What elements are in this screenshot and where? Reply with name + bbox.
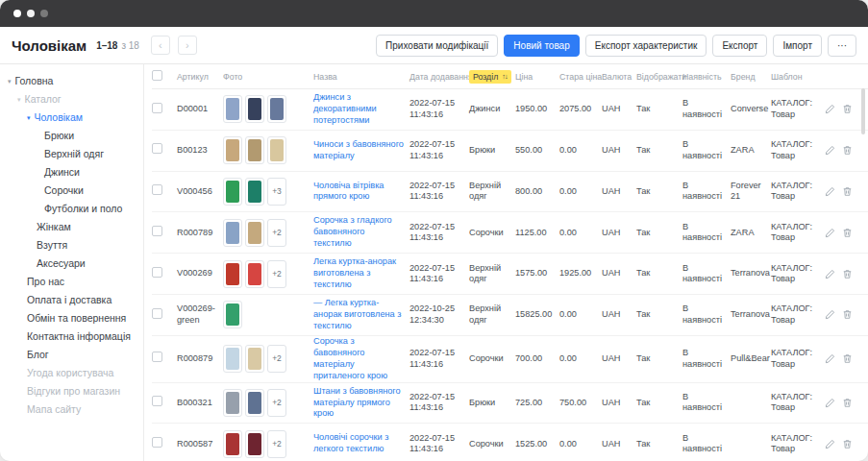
row-checkbox[interactable] xyxy=(152,184,162,195)
sidebar-item-payment-delivery[interactable]: Оплата і доставка xyxy=(0,291,143,309)
delete-button[interactable] xyxy=(842,309,853,320)
sidebar-item-catalog[interactable]: ▾Каталог xyxy=(0,90,143,109)
row-checkbox[interactable] xyxy=(152,103,162,113)
prev-page-button[interactable]: ‹ xyxy=(151,36,170,55)
column-header-label[interactable]: Наявність xyxy=(682,72,722,82)
product-photo[interactable] xyxy=(245,389,264,417)
edit-button[interactable] xyxy=(825,145,835,156)
product-name-link[interactable]: Чоловіча вітрівка прямого крою xyxy=(313,181,405,204)
product-photo[interactable] xyxy=(245,430,264,458)
product-photo[interactable] xyxy=(267,95,286,123)
sidebar-item-about-us[interactable]: Про нас xyxy=(0,273,143,291)
sidebar-item-contacts[interactable]: Контактна інформація xyxy=(0,328,143,346)
column-header-label[interactable]: Ціна xyxy=(515,72,533,82)
column-header-label[interactable]: Відображати xyxy=(636,72,686,82)
product-name-link[interactable]: Чиноси з бавовняного матеріалу xyxy=(313,139,405,162)
next-page-button[interactable]: › xyxy=(178,36,197,55)
edit-button[interactable] xyxy=(825,186,835,197)
delete-button[interactable] xyxy=(842,353,853,364)
sidebar-item-men-jeans[interactable]: Джинси xyxy=(0,163,143,182)
sidebar-item-shoes[interactable]: Взуття xyxy=(0,236,143,255)
product-photo[interactable] xyxy=(245,136,264,164)
export-button[interactable]: Експорт xyxy=(712,35,767,57)
sidebar-item-blog[interactable]: Блог xyxy=(0,346,143,364)
edit-button[interactable] xyxy=(825,353,835,364)
hide-modifications-button[interactable]: Приховати модифікації xyxy=(376,35,498,57)
sidebar-item-men-tshirts-polo[interactable]: Футболки и поло xyxy=(0,200,143,218)
product-name-link[interactable]: Сорочка з гладкого бавовняного текстилю xyxy=(313,215,405,250)
more-button[interactable]: ··· xyxy=(828,35,856,57)
more-photos-badge[interactable]: +2 xyxy=(267,345,286,373)
delete-button[interactable] xyxy=(842,398,853,408)
more-photos-badge[interactable]: +3 xyxy=(267,178,286,206)
sidebar-item-sitemap[interactable]: Мапа сайту xyxy=(0,400,143,419)
product-name-link[interactable]: Джинси з декоративними потертостями xyxy=(313,92,405,127)
column-header-label[interactable]: Бренд xyxy=(731,72,756,82)
product-photo[interactable] xyxy=(267,136,286,164)
more-photos-badge[interactable]: +2 xyxy=(267,389,286,417)
product-photo[interactable] xyxy=(245,345,264,373)
delete-button[interactable] xyxy=(842,269,853,279)
product-photo[interactable] xyxy=(223,430,242,458)
edit-button[interactable] xyxy=(825,269,835,279)
window-dot[interactable] xyxy=(40,10,48,17)
new-product-button[interactable]: Новий товар xyxy=(504,35,579,57)
product-name-link[interactable]: Сорочка з бавовняного матеріалу притален… xyxy=(313,336,405,382)
delete-button[interactable] xyxy=(842,228,853,238)
product-photo[interactable] xyxy=(223,95,242,123)
product-photo[interactable] xyxy=(245,260,264,288)
import-button[interactable]: Імпорт xyxy=(773,35,822,57)
column-header-label[interactable]: Назва xyxy=(313,72,337,82)
delete-button[interactable] xyxy=(842,145,853,156)
product-name-link[interactable]: — Легка куртка-анорак виготовлена з текс… xyxy=(313,298,405,332)
select-all-checkbox[interactable] xyxy=(152,70,162,81)
more-photos-badge[interactable]: +2 xyxy=(267,430,286,458)
sidebar-item-store-reviews[interactable]: Відгуки про магазин xyxy=(0,382,143,400)
product-photo[interactable] xyxy=(223,178,242,206)
sort-icon[interactable]: ↑↓ xyxy=(502,72,508,81)
product-photo[interactable] xyxy=(223,136,242,164)
scrollbar[interactable] xyxy=(861,88,865,134)
product-photo[interactable] xyxy=(223,345,242,373)
delete-button[interactable] xyxy=(842,104,853,114)
row-checkbox[interactable] xyxy=(152,352,162,362)
window-dot[interactable] xyxy=(13,10,21,17)
product-photo[interactable] xyxy=(223,219,242,247)
column-header-label[interactable]: Валюта xyxy=(602,72,632,82)
sidebar-item-exchange-return[interactable]: Обмін та повернення xyxy=(0,309,143,328)
edit-button[interactable] xyxy=(825,228,835,238)
product-name-link[interactable]: Легка куртка-анорак виготовлена з тексти… xyxy=(313,256,405,291)
edit-button[interactable] xyxy=(825,104,835,114)
product-photo[interactable] xyxy=(245,219,264,247)
more-photos-badge[interactable]: +2 xyxy=(267,219,286,247)
row-checkbox[interactable] xyxy=(152,267,162,278)
row-checkbox[interactable] xyxy=(152,437,162,448)
column-header-label[interactable]: Шаблон xyxy=(771,72,803,82)
product-photo[interactable] xyxy=(223,260,242,288)
row-checkbox[interactable] xyxy=(152,308,162,319)
column-header-label[interactable]: Стара ціна xyxy=(559,72,602,82)
edit-button[interactable] xyxy=(825,439,835,449)
sidebar-item-men[interactable]: ▾Чоловікам xyxy=(0,109,143,127)
sidebar-item-accessories[interactable]: Аксесуари xyxy=(0,255,143,273)
window-dot[interactable] xyxy=(27,10,35,17)
column-header-label[interactable]: Артикул xyxy=(177,72,209,82)
sidebar-item-men-outerwear[interactable]: Верхній одяг xyxy=(0,145,143,163)
export-attributes-button[interactable]: Експорт характеристик xyxy=(585,35,707,57)
more-photos-badge[interactable]: +2 xyxy=(267,260,286,288)
product-photo[interactable] xyxy=(223,389,242,417)
column-header-label[interactable]: Розділ xyxy=(473,72,498,82)
delete-button[interactable] xyxy=(842,439,853,449)
delete-button[interactable] xyxy=(842,186,853,197)
product-photo[interactable] xyxy=(245,178,264,206)
sidebar-item-home[interactable]: ▾Головна xyxy=(0,72,143,90)
sidebar-item-men-pants[interactable]: Брюки xyxy=(0,127,143,145)
column-header-label[interactable]: Фото xyxy=(223,72,242,82)
row-checkbox[interactable] xyxy=(152,226,162,236)
product-name-link[interactable]: Штани з бавовняного матеріалу прямого кр… xyxy=(313,386,405,421)
column-header-label[interactable]: Дата додавання xyxy=(409,72,473,82)
product-photo[interactable] xyxy=(245,95,264,123)
sidebar-item-user-agreement[interactable]: Угода користувача xyxy=(0,364,143,382)
row-checkbox[interactable] xyxy=(152,143,162,154)
product-name-link[interactable]: Чоловічі сорочки з легкого текстилю xyxy=(313,432,405,455)
